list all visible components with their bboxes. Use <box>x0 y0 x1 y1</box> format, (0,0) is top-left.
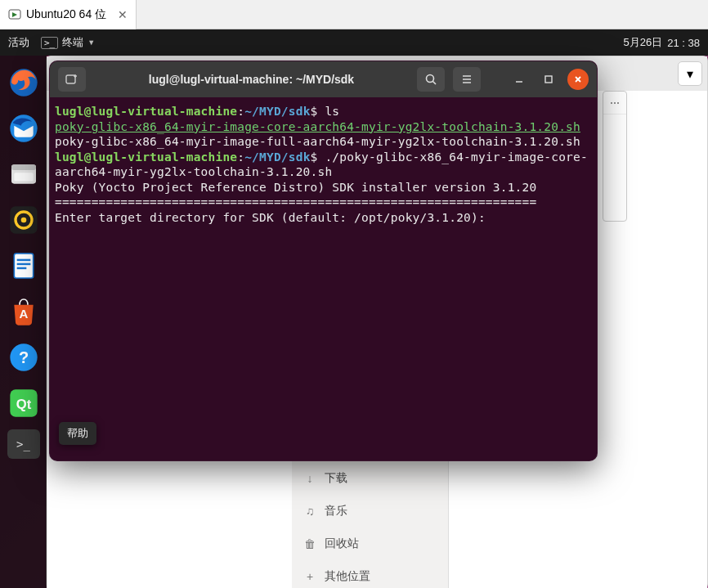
svg-text:A: A <box>19 307 28 321</box>
dock-software[interactable]: A <box>4 292 43 331</box>
thunderbird-icon <box>7 112 40 145</box>
path-popover-item[interactable]: ⋯ <box>603 92 626 114</box>
svg-point-21 <box>427 75 434 83</box>
sidebar-item-other-locations[interactable]: + 其他位置 <box>292 560 448 588</box>
chevron-down-icon: ▼ <box>87 38 95 47</box>
vm-tab-bar: Ubuntu20 64 位 ✕ <box>0 0 708 29</box>
dock: A ? Qt >_ <box>0 56 47 588</box>
sidebar-item-trash[interactable]: 🗑 回收站 <box>292 527 448 560</box>
terminal-icon: >_ <box>16 438 30 451</box>
dock-tooltip: 帮助 <box>59 422 96 445</box>
dock-firefox[interactable] <box>4 63 43 102</box>
help-icon: ? <box>7 341 40 374</box>
minimize-icon <box>514 74 524 84</box>
path-popover[interactable]: ⋯ <box>603 91 627 222</box>
new-tab-icon <box>65 73 78 86</box>
files-icon <box>7 158 40 191</box>
download-icon: ↓ <box>303 472 316 485</box>
new-tab-button[interactable] <box>58 67 86 92</box>
dock-qt-creator[interactable]: Qt <box>4 384 43 423</box>
installer-output-line: Poky (Yocto Project Reference Distro) SD… <box>55 181 536 194</box>
terminal-output[interactable]: lugl@lugl-virtual-machine:~/MYD/sdk$ ls … <box>50 97 597 231</box>
hamburger-icon <box>460 73 473 86</box>
dock-rhythmbox[interactable] <box>4 200 43 240</box>
sidebar-item-label: 其他位置 <box>325 569 370 584</box>
svg-rect-5 <box>11 164 36 170</box>
current-app-indicator[interactable]: >_ 终端 ▼ <box>41 35 95 50</box>
music-icon: ♫ <box>303 505 316 518</box>
prompt-path: ~/MYD/sdk <box>244 105 310 118</box>
prompt-path: ~/MYD/sdk <box>244 150 310 164</box>
close-button[interactable] <box>567 69 589 90</box>
prompt-user: lugl@lugl-virtual-machine <box>55 105 237 118</box>
vm-icon <box>8 8 21 21</box>
desktop: ▾ ⋯ poky-glibc-x86_64-myir-ima… ↓ 下载 ♫ 音… <box>0 56 708 588</box>
minimize-button[interactable] <box>509 69 530 90</box>
svg-rect-6 <box>14 173 33 181</box>
tooltip-label: 帮助 <box>67 427 88 439</box>
hamburger-menu-button[interactable] <box>453 67 481 92</box>
terminal-window[interactable]: lugl@lugl-virtual-machine: ~/MYD/sdk <box>49 61 598 461</box>
path-dropdown-button[interactable]: ▾ <box>678 61 702 86</box>
terminal-titlebar: lugl@lugl-virtual-machine: ~/MYD/sdk <box>50 61 597 97</box>
sidebar-item-label: 回收站 <box>325 536 359 551</box>
svg-text:Qt: Qt <box>16 397 31 412</box>
firefox-icon <box>7 66 40 99</box>
vm-tab-title: Ubuntu20 64 位 <box>26 7 106 22</box>
maximize-button[interactable] <box>538 69 559 90</box>
svg-line-22 <box>433 82 437 85</box>
chevron-down-icon: ▾ <box>687 66 693 82</box>
dock-libreoffice-writer[interactable] <box>4 246 43 285</box>
dock-help[interactable]: ? <box>4 338 43 377</box>
clock-date[interactable]: 5月26日 <box>624 35 663 50</box>
sidebar-item-downloads[interactable]: ↓ 下载 <box>292 462 448 495</box>
sidebar-item-music[interactable]: ♫ 音乐 <box>292 495 448 527</box>
search-icon <box>424 73 437 86</box>
close-icon[interactable]: ✕ <box>118 8 128 21</box>
ls-output-line: poky-glibc-x86_64-myir-image-full-aarch6… <box>55 135 580 148</box>
svg-point-9 <box>20 218 26 223</box>
svg-rect-27 <box>545 76 552 83</box>
close-icon <box>573 74 583 84</box>
svg-text:?: ? <box>18 348 28 366</box>
svg-rect-13 <box>16 263 30 266</box>
shopping-bag-icon: A <box>7 295 40 328</box>
clock-time[interactable]: 21 : 38 <box>667 37 700 49</box>
prompt-user: lugl@lugl-virtual-machine <box>55 150 237 164</box>
terminal-small-icon: >_ <box>41 37 58 49</box>
sidebar-item-label: 下载 <box>325 471 347 486</box>
file-manager-sidebar: ↓ 下载 ♫ 音乐 🗑 回收站 + 其他位置 <box>292 457 449 588</box>
document-icon <box>7 249 40 282</box>
maximize-icon <box>544 74 553 84</box>
vm-tab[interactable]: Ubuntu20 64 位 ✕ <box>0 0 137 29</box>
qt-icon: Qt <box>7 387 40 420</box>
ubuntu-top-bar: 活动 >_ 终端 ▼ 5月26日 21 : 38 <box>0 29 708 56</box>
installer-prompt-line: Enter target directory for SDK (default:… <box>55 211 493 224</box>
activities-button[interactable]: 活动 <box>8 35 29 50</box>
trash-icon: 🗑 <box>303 537 316 550</box>
dock-thunderbird[interactable] <box>4 109 43 148</box>
speaker-icon <box>7 204 40 236</box>
terminal-title: lugl@lugl-virtual-machine: ~/MYD/sdk <box>94 73 409 86</box>
svg-rect-14 <box>16 267 26 270</box>
ls-output-line: poky-glibc-x86_64-myir-image-core-aarch6… <box>55 120 580 133</box>
svg-marker-1 <box>12 12 17 17</box>
dock-terminal[interactable]: >_ <box>7 429 40 459</box>
installer-output-line: ========================================… <box>55 195 536 209</box>
sidebar-item-label: 音乐 <box>325 504 347 518</box>
svg-rect-12 <box>16 259 30 262</box>
search-button[interactable] <box>417 67 445 92</box>
terminal-command: ls <box>325 105 339 118</box>
dock-files[interactable] <box>4 155 43 194</box>
plus-icon: + <box>303 570 316 583</box>
svg-rect-10 <box>14 254 33 278</box>
current-app-label: 终端 <box>62 35 83 50</box>
activities-label: 活动 <box>8 35 29 50</box>
